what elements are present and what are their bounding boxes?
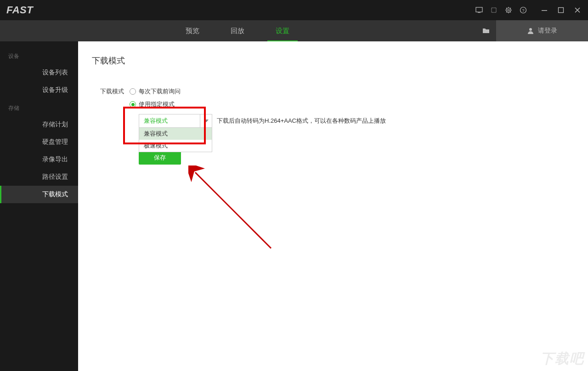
- select-display[interactable]: 兼容模式: [139, 114, 212, 128]
- titlebar-right: ?: [475, 6, 582, 14]
- window-controls: [540, 6, 582, 14]
- svg-text:?: ?: [522, 8, 524, 13]
- chip-icon[interactable]: [490, 6, 498, 14]
- tab-settings[interactable]: 设置: [260, 20, 305, 41]
- help-icon[interactable]: ?: [519, 6, 527, 14]
- svg-point-3: [506, 8, 511, 12]
- dropdown-option-compat[interactable]: 兼容模式: [139, 128, 212, 140]
- svg-rect-2: [492, 8, 496, 12]
- save-button[interactable]: 保存: [139, 151, 181, 165]
- svg-rect-0: [476, 7, 482, 12]
- nav-right: 请登录: [476, 20, 588, 41]
- radio-icon: [130, 101, 136, 108]
- form-row-radio2: 使用指定模式: [130, 100, 574, 108]
- navbar: 预览 回放 设置 请登录: [0, 20, 588, 41]
- screen-icon[interactable]: [475, 6, 483, 14]
- sidebar-item-path-settings[interactable]: 路径设置: [0, 168, 78, 186]
- select-area: 兼容模式 兼容模式 极速模式 下载后自动转码为H.264+AAC格式，可以在各种…: [139, 114, 574, 128]
- radio-use-specified[interactable]: 使用指定模式: [130, 100, 175, 108]
- tab-preview[interactable]: 预览: [170, 20, 215, 41]
- svg-rect-1: [478, 12, 481, 13]
- titlebar: FAST ?: [0, 0, 588, 20]
- watermark: 下载吧: [540, 349, 584, 368]
- folder-button[interactable]: [476, 20, 496, 41]
- body-area: 设备 设备列表 设备升级 存储 存储计划 硬盘管理 录像导出 路径设置 下载模式…: [0, 41, 588, 371]
- dropdown: 兼容模式 极速模式: [139, 128, 212, 152]
- content: 下载模式 下载模式 每次下载前询问 使用指定模式 兼容模式: [78, 41, 588, 371]
- sidebar-item-disk-manage[interactable]: 硬盘管理: [0, 133, 78, 151]
- dropdown-option-fast[interactable]: 极速模式: [139, 140, 212, 152]
- login-button[interactable]: 请登录: [496, 20, 588, 41]
- radio-icon: [130, 88, 136, 95]
- login-label: 请登录: [538, 27, 557, 35]
- page-title: 下载模式: [92, 55, 574, 66]
- minimize-button[interactable]: [540, 6, 548, 14]
- form-label: 下载模式: [92, 87, 124, 96]
- radio-label: 每次下载前询问: [139, 87, 181, 96]
- user-icon: [527, 27, 534, 34]
- gear-icon[interactable]: [504, 6, 513, 14]
- sidebar-item-record-export[interactable]: 录像导出: [0, 151, 78, 168]
- sidebar-item-device-upgrade[interactable]: 设备升级: [0, 81, 78, 99]
- sidebar-group-device: 设备: [0, 47, 78, 64]
- save-label: 保存: [154, 154, 166, 162]
- svg-point-4: [508, 9, 509, 11]
- sidebar-item-device-list[interactable]: 设备列表: [0, 64, 78, 81]
- chevron-down-icon: [200, 114, 212, 127]
- sidebar-item-download-mode[interactable]: 下载模式: [0, 186, 78, 203]
- sidebar-item-storage-plan[interactable]: 存储计划: [0, 116, 78, 133]
- maximize-button[interactable]: [557, 6, 565, 14]
- mode-hint: 下载后自动转码为H.264+AAC格式，可以在各种数码产品上播放: [217, 114, 386, 128]
- nav-tabs: 预览 回放 设置: [170, 20, 305, 41]
- annotation-arrow: [188, 166, 280, 257]
- mode-select[interactable]: 兼容模式 兼容模式 极速模式: [139, 114, 212, 128]
- radio-ask-each-time[interactable]: 每次下载前询问: [130, 87, 181, 96]
- svg-point-9: [529, 28, 532, 31]
- form-row-radio1: 下载模式 每次下载前询问: [92, 87, 574, 96]
- svg-line-10: [195, 172, 271, 248]
- svg-rect-8: [559, 8, 564, 13]
- svg-rect-7: [542, 10, 547, 11]
- tab-playback[interactable]: 回放: [215, 20, 260, 41]
- close-button[interactable]: [573, 6, 582, 14]
- select-value: 兼容模式: [144, 117, 168, 125]
- sidebar-group-storage: 存储: [0, 99, 78, 116]
- app-logo: FAST: [6, 4, 33, 16]
- sidebar: 设备 设备列表 设备升级 存储 存储计划 硬盘管理 录像导出 路径设置 下载模式: [0, 41, 78, 371]
- radio-label: 使用指定模式: [139, 100, 175, 108]
